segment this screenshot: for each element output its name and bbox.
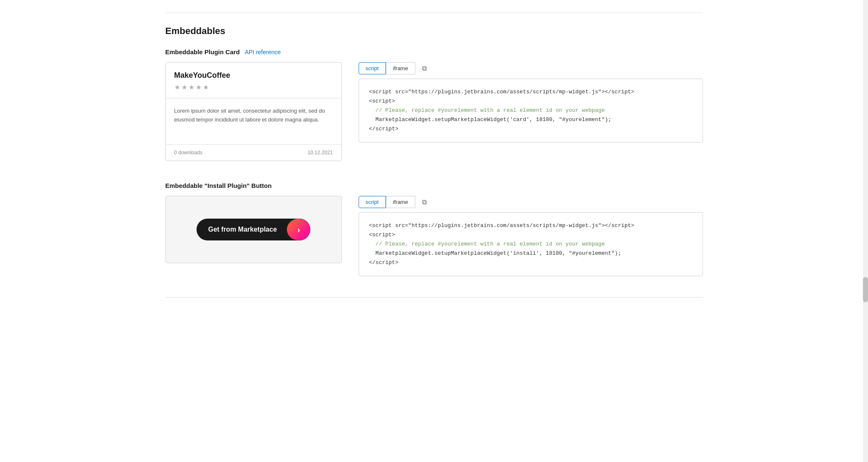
install-button-script-tab[interactable]: script [359, 196, 386, 208]
arrow-gradient: › [287, 219, 310, 240]
top-divider [165, 13, 703, 13]
install-button-section-title: Embeddable "Install Plugin" Button [165, 182, 272, 189]
plugin-card-body: Lorem ipsum dolor sit amet, consectetur … [166, 98, 341, 145]
star-3: ★ [189, 83, 194, 91]
plugin-card-copy-button[interactable]: ⧉ [420, 63, 428, 74]
install-button-row: Get from Marketplace › script iframe ⧉ [165, 196, 703, 276]
plugin-card-script-tab[interactable]: script [359, 62, 386, 74]
plugin-date: 10.12.2021 [307, 150, 333, 156]
star-1: ★ [174, 83, 180, 91]
api-reference-link[interactable]: API reference [245, 49, 281, 55]
star-4: ★ [196, 83, 202, 91]
copy-icon: ⧉ [422, 65, 427, 72]
plugin-card-section: Embeddable Plugin Card API reference Mak… [165, 48, 703, 161]
plugin-card-section-title: Embeddable Plugin Card [165, 48, 240, 55]
install-button-copy-button[interactable]: ⧉ [420, 197, 428, 208]
plugin-card-tab-bar: script iframe ⧉ [359, 62, 703, 74]
install-button-iframe-tab[interactable]: iframe [386, 196, 415, 208]
plugin-card-iframe-tab[interactable]: iframe [386, 62, 415, 74]
plugin-description: Lorem ipsum dolor sit amet, consectetur … [174, 107, 333, 124]
plugin-card-row: MakeYouCoffee ★ ★ ★ ★ ★ Lorem ipsum dolo… [165, 62, 703, 161]
plugin-card-footer: 0 downloads 10.12.2021 [166, 145, 341, 161]
bottom-divider [165, 297, 703, 298]
marketplace-button-label: Get from Marketplace [197, 220, 287, 239]
get-from-marketplace-button[interactable]: Get from Marketplace › [197, 219, 311, 240]
plugin-downloads: 0 downloads [174, 150, 202, 156]
button-preview-card: Get from Marketplace › [165, 196, 342, 263]
install-button-code-area: script iframe ⧉ <script src="https://plu… [359, 196, 703, 276]
copy-icon-2: ⧉ [422, 198, 427, 206]
arrow-right-icon: › [297, 225, 300, 235]
star-2: ★ [181, 83, 187, 91]
scrollbar-track[interactable] [863, 0, 868, 310]
plugin-stars: ★ ★ ★ ★ ★ [174, 83, 333, 91]
plugin-card-code-block: <script src="https://plugins.jetbrains.c… [359, 79, 703, 143]
plugin-card-header: MakeYouCoffee ★ ★ ★ ★ ★ [166, 63, 341, 98]
scrollbar-thumb[interactable] [863, 277, 868, 302]
plugin-card-preview: MakeYouCoffee ★ ★ ★ ★ ★ Lorem ipsum dolo… [165, 62, 342, 161]
install-button-code-block: <script src="https://plugins.jetbrains.c… [359, 212, 703, 276]
plugin-card-code-area: script iframe ⧉ <script src="https://plu… [359, 62, 703, 143]
marketplace-button-arrow: › [287, 219, 310, 240]
install-button-tab-bar: script iframe ⧉ [359, 196, 703, 208]
install-button-section: Embeddable "Install Plugin" Button Get f… [165, 182, 703, 276]
star-5: ★ [203, 83, 209, 91]
plugin-name: MakeYouCoffee [174, 71, 333, 80]
page-title: Embeddables [165, 26, 703, 37]
